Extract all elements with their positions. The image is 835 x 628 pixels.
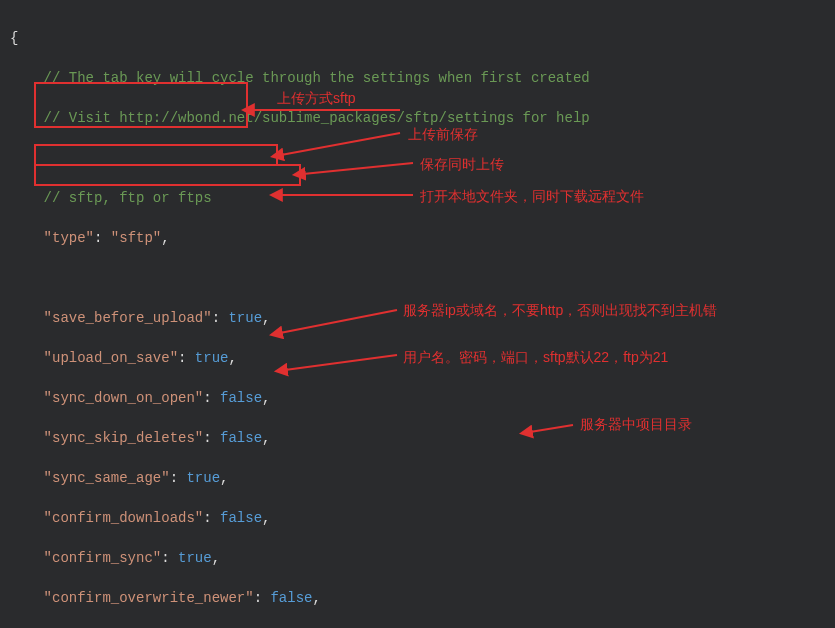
json-key: "confirm_downloads" — [44, 510, 204, 526]
annotation-label: 上传前保存 — [408, 124, 478, 144]
json-value: false — [220, 510, 262, 526]
json-key: "type" — [44, 230, 94, 246]
comment-line: // The tab key will cycle through the se… — [44, 70, 590, 86]
json-value: true — [228, 310, 262, 326]
annotation-label: 用户名。密码，端口，sftp默认22，ftp为21 — [403, 347, 668, 367]
json-key: "confirm_overwrite_newer" — [44, 590, 254, 606]
comment-line: // Visit http://wbond.net/sublime_packag… — [44, 110, 590, 126]
annotation-label: 服务器ip或域名，不要http，否则出现找不到主机错 — [403, 300, 717, 320]
json-value: false — [220, 390, 262, 406]
json-value: false — [270, 590, 312, 606]
annotation-label: 打开本地文件夹，同时下载远程文件 — [420, 186, 644, 206]
json-key: "sync_same_age" — [44, 470, 170, 486]
json-key: "upload_on_save" — [44, 350, 178, 366]
open-brace: { — [10, 30, 18, 46]
annotation-label: 保存同时上传 — [420, 154, 504, 174]
comment-line: // sftp, ftp or ftps — [44, 190, 212, 206]
json-value: true — [186, 470, 220, 486]
annotation-label: 上传方式sftp — [277, 88, 356, 108]
json-key: "save_before_upload" — [44, 310, 212, 326]
json-value: true — [195, 350, 229, 366]
json-key: "confirm_sync" — [44, 550, 162, 566]
json-key: "sync_skip_deletes" — [44, 430, 204, 446]
json-value: "sftp" — [111, 230, 161, 246]
json-key: "sync_down_on_open" — [44, 390, 204, 406]
json-value: true — [178, 550, 212, 566]
annotation-label: 服务器中项目目录 — [580, 414, 692, 434]
json-value: false — [220, 430, 262, 446]
